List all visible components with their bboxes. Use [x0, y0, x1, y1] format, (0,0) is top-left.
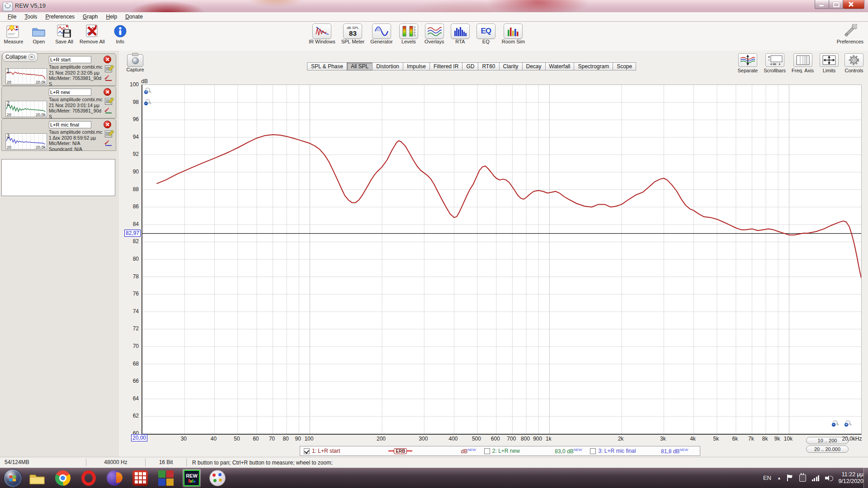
volume-icon[interactable]: [825, 475, 832, 481]
freq-axis-button[interactable]: Freq. Axis: [792, 53, 814, 73]
maximize-button[interactable]: [829, 0, 843, 9]
menu-item-tools[interactable]: Tools: [20, 13, 41, 21]
close-button[interactable]: [843, 0, 864, 9]
browser-globe-taskbar-icon[interactable]: [105, 469, 123, 487]
capture-button[interactable]: Capture: [124, 54, 146, 72]
spl-plot-area[interactable]: + − − + Average the Responses 10 .. 200 …: [142, 84, 862, 435]
zoom-in-y-icon[interactable]: +: [145, 87, 152, 94]
measurement-name-input[interactable]: [49, 56, 91, 63]
menu-item-preferences[interactable]: Preferences: [41, 13, 79, 21]
media-grid-taskbar-icon[interactable]: [157, 469, 175, 487]
room-sim-button[interactable]: Room Sim: [502, 23, 525, 44]
language-indicator[interactable]: EN: [763, 474, 771, 481]
rew-app-taskbar-icon[interactable]: REW: [183, 469, 201, 487]
graph-panel: Capture SPL & PhaseAll SPLDistortionImpu…: [119, 51, 868, 468]
remove-measurement-button[interactable]: [104, 56, 111, 63]
tab-impulse[interactable]: Impulse: [403, 62, 430, 70]
show-desktop-button[interactable]: [863, 468, 868, 488]
clock[interactable]: 11:22 μμ 9/12/2020: [838, 471, 863, 485]
x-axis-tick-label: 20,0kHz: [842, 436, 862, 442]
chrome-taskbar-icon[interactable]: [54, 469, 72, 487]
tab-gd[interactable]: GD: [462, 62, 478, 70]
notes-icon[interactable]: [105, 66, 112, 72]
trace-visibility-checkbox[interactable]: [484, 448, 490, 454]
tab-filtered-ir[interactable]: Filtered IR: [429, 62, 462, 70]
remove-all-button[interactable]: Remove All: [80, 23, 105, 44]
menu-bar: FileToolsPreferencesGraphHelpDonate: [0, 12, 868, 22]
info-button[interactable]: Info: [110, 23, 130, 44]
tab-scope[interactable]: Scope: [613, 62, 636, 70]
info-icon: [112, 23, 128, 39]
paint-taskbar-icon[interactable]: [208, 469, 226, 487]
menu-item-donate[interactable]: Donate: [121, 13, 147, 21]
overlays-button[interactable]: Overlays: [425, 23, 444, 44]
notes-icon[interactable]: [105, 98, 112, 105]
measure-button[interactable]: Measure: [4, 23, 24, 44]
tab-spectrogram[interactable]: Spectrogram: [574, 62, 613, 70]
open-button[interactable]: Open: [29, 23, 49, 44]
measurement-thumbnail-chart: 32020,0k: [5, 133, 47, 150]
tab-rt60[interactable]: RT60: [478, 62, 499, 70]
network-signal-icon[interactable]: [812, 475, 820, 481]
trace-color-pencil-icon[interactable]: [105, 107, 112, 113]
rew-application-window: REW V5,19 FileToolsPreferencesGraphHelpD…: [0, 0, 868, 488]
y-axis-tick-label: 72: [119, 325, 139, 332]
notes-icon[interactable]: [105, 131, 112, 137]
minimize-button[interactable]: [815, 0, 829, 9]
levels-button[interactable]: 0369 Levels: [399, 23, 419, 44]
menu-item-graph[interactable]: Graph: [79, 13, 102, 21]
x-axis-tick-label: 400: [449, 436, 458, 442]
measurement-row[interactable]: 32020,0kTaus amplitude combi.mc1 Δεκ 202…: [1, 118, 116, 151]
ir-windows-button[interactable]: IR Windows: [309, 23, 335, 44]
generator-button[interactable]: Generator: [370, 23, 393, 44]
legend-item[interactable]: 1: L+R startERBdBNEW: [304, 448, 484, 455]
trace-color-pencil-icon[interactable]: [105, 140, 112, 146]
explorer-taskbar-icon[interactable]: [28, 469, 46, 487]
menu-item-help[interactable]: Help: [102, 13, 121, 21]
tab-distortion[interactable]: Distortion: [372, 62, 403, 70]
zoom-out-y-icon[interactable]: −: [145, 99, 152, 106]
erb-smoothing-badge[interactable]: ERB: [388, 448, 412, 454]
limits-button[interactable]: Limits: [820, 53, 839, 73]
x-axis-tick-label: 10k: [784, 436, 793, 442]
zoom-out-x-icon[interactable]: −: [832, 420, 840, 427]
controls-button[interactable]: Controls: [844, 53, 863, 73]
eq-button[interactable]: EQ EQ: [476, 23, 496, 44]
measurement-list-empty-area[interactable]: [1, 159, 115, 196]
collapse-button[interactable]: Collapse «: [2, 52, 38, 62]
rta-button[interactable]: RTA: [450, 23, 470, 44]
separate-button[interactable]: Separate: [738, 53, 758, 73]
legend-item[interactable]: 2: L+R new83,0 dBNEW: [484, 448, 590, 455]
measurement-row[interactable]: 22020,0kTaus amplitude combi.mc21 Νοε 20…: [1, 86, 116, 118]
trace-color-pencil-icon[interactable]: [105, 75, 112, 81]
tab-decay[interactable]: Decay: [522, 62, 546, 70]
remove-measurement-button[interactable]: [104, 121, 111, 128]
x-axis-tick-label: 90: [295, 436, 301, 442]
tab-spl-phase[interactable]: SPL & Phase: [307, 62, 347, 70]
preferences-button[interactable]: Preferences: [837, 23, 863, 44]
remove-measurement-button[interactable]: [104, 88, 111, 96]
action-center-flag-icon[interactable]: [787, 474, 793, 481]
save-all-button[interactable]: Save All: [54, 23, 74, 44]
start-button[interactable]: [4, 469, 22, 488]
zoom-in-x-icon[interactable]: +: [845, 420, 852, 427]
trace-visibility-checkbox[interactable]: [304, 448, 310, 454]
x-axis-tick-label: 9k: [774, 436, 780, 442]
tab-clarity[interactable]: Clarity: [499, 62, 523, 70]
rew-red-taskbar-icon[interactable]: [131, 469, 149, 487]
tab-all-spl[interactable]: All SPL: [347, 62, 373, 70]
thumb-axis-min: 20: [7, 145, 11, 150]
spl-meter-button[interactable]: dB SPL83 SPL Meter: [341, 23, 365, 44]
scrollbars-button[interactable]: Scrollbars: [764, 53, 786, 73]
tray-expand-icon[interactable]: ▲: [777, 476, 781, 480]
tab-waterfall[interactable]: Waterfall: [545, 62, 575, 70]
measurement-name-input[interactable]: [49, 121, 91, 128]
menu-item-file[interactable]: File: [4, 13, 20, 21]
overlays-icon: [425, 23, 444, 39]
measurement-name-input[interactable]: [49, 89, 91, 96]
legend-item[interactable]: 3: L+R mic final81,8 dBNEW: [590, 448, 696, 455]
range-20-20000-button[interactable]: 20 .. 20.000: [806, 446, 849, 453]
opera-taskbar-icon[interactable]: [80, 469, 98, 487]
trace-visibility-checkbox[interactable]: [590, 448, 596, 454]
power-plug-icon[interactable]: [799, 474, 806, 482]
